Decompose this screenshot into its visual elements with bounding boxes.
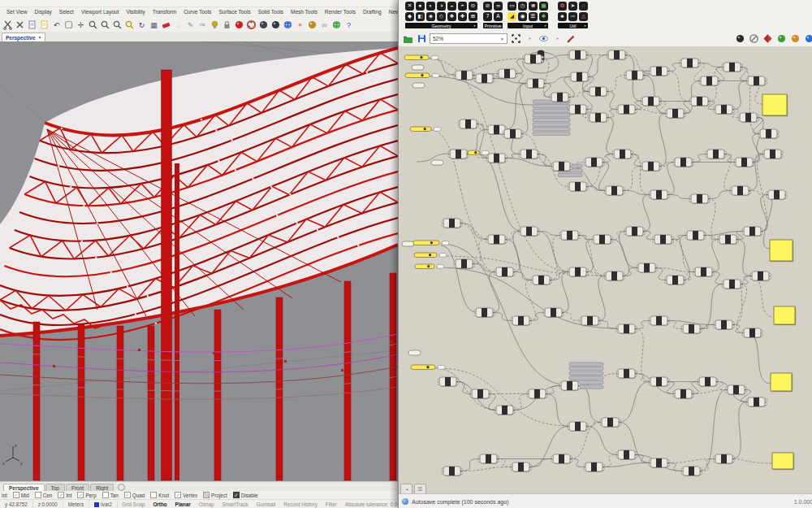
zoom-window-icon[interactable] — [99, 19, 110, 30]
eraser-icon[interactable] — [160, 19, 171, 30]
gh-node[interactable] — [486, 235, 507, 245]
preview-off-icon[interactable] — [748, 33, 759, 45]
palette-tab-geometry[interactable]: Geometry▸ — [405, 23, 477, 28]
osnap-perp[interactable]: ✓Perp — [77, 492, 96, 498]
gh-node[interactable] — [495, 267, 515, 277]
gh-node[interactable] — [742, 227, 762, 237]
null-item-icon[interactable]: ⊘ — [483, 2, 492, 11]
gh-node[interactable] — [714, 320, 734, 330]
gh-node[interactable] — [758, 129, 779, 139]
arc-icon[interactable]: ◐ — [426, 2, 435, 11]
gh-node[interactable] — [604, 186, 624, 196]
select-brush-icon[interactable]: ✑ — [197, 19, 208, 30]
gh-panel[interactable] — [770, 240, 793, 262]
osnap-cen[interactable]: Cen — [35, 492, 53, 498]
pan-icon[interactable] — [63, 19, 74, 30]
zoom-dropdown[interactable]: 52% ▼ — [430, 33, 508, 44]
perspective-viewport[interactable]: zxy — [0, 41, 398, 481]
gh-node[interactable] — [649, 377, 669, 387]
gh-node[interactable] — [551, 454, 572, 464]
group-icon[interactable]: ⊞ — [469, 12, 477, 21]
osnap-checkbox[interactable]: ✓ — [77, 492, 84, 498]
zoom-selected-icon[interactable] — [111, 19, 123, 30]
gh-node[interactable] — [681, 467, 702, 476]
gh-node[interactable] — [559, 231, 580, 241]
viewport-title-tab[interactable]: Perspective ▼ — [2, 33, 45, 41]
gh-node[interactable] — [486, 154, 507, 163]
gh-node[interactable] — [680, 59, 700, 68]
gh-node[interactable] — [641, 162, 661, 172]
named-views-icon[interactable]: ▦ — [148, 19, 159, 30]
gh-node[interactable] — [714, 454, 734, 464]
gh-node[interactable] — [497, 69, 517, 79]
osnap-checkbox[interactable]: ✓ — [13, 492, 19, 498]
gh-list-item[interactable] — [533, 123, 570, 126]
plane-icon[interactable]: ◧ — [416, 12, 425, 21]
jump-icon[interactable]: ⇨ — [568, 12, 577, 21]
gh-node[interactable] — [448, 150, 469, 159]
current-layer[interactable]: Ivar2 — [89, 500, 118, 508]
osnap-quad[interactable]: ✓Quad — [124, 492, 145, 498]
gh-node[interactable] — [568, 182, 588, 192]
integer-icon[interactable]: 7 — [483, 12, 492, 21]
osnap-checkbox[interactable] — [203, 492, 209, 498]
gh-node[interactable] — [649, 316, 669, 326]
gh-node[interactable] — [600, 418, 620, 428]
grasshopper-canvas[interactable] — [399, 46, 812, 493]
gh-list-item[interactable] — [569, 371, 603, 375]
gh-node[interactable] — [637, 263, 657, 273]
gh-param-capsule[interactable] — [402, 241, 414, 246]
lock-icon[interactable] — [221, 19, 232, 30]
select-chain-icon[interactable]: ∞ — [318, 19, 330, 30]
gh-node[interactable] — [584, 158, 604, 167]
gh-node[interactable] — [718, 235, 738, 245]
knob-icon[interactable]: ◷ — [518, 2, 527, 11]
gh-node[interactable] — [454, 259, 474, 269]
gh-node[interactable] — [527, 389, 547, 399]
lightbulb-icon[interactable] — [209, 19, 220, 30]
gh-node[interactable] — [738, 113, 758, 123]
gh-param-capsule[interactable] — [408, 350, 421, 355]
number-slider[interactable] — [411, 365, 445, 370]
gh-node[interactable] — [742, 328, 762, 338]
brep-icon[interactable]: ◓ — [458, 2, 467, 11]
gh-node[interactable] — [559, 381, 580, 391]
gh-node[interactable] — [689, 194, 710, 204]
gh-node[interactable] — [649, 190, 669, 200]
domain-icon[interactable]: ∞ — [494, 2, 503, 11]
gh-node[interactable] — [681, 324, 702, 334]
menu-tab-surface-tools[interactable]: Surface Tools — [218, 9, 250, 15]
new-viewport-tab-button[interactable] — [118, 484, 125, 491]
palette-tab-util[interactable]: Util▸ — [558, 23, 588, 28]
status-toggle-gumball[interactable]: Gumball — [253, 501, 279, 507]
value-list-icon[interactable]: ≣ — [529, 2, 538, 11]
gh-node[interactable] — [568, 422, 588, 432]
gh-node[interactable] — [624, 227, 645, 237]
preview-eye-icon[interactable] — [538, 33, 549, 45]
gh-list-item[interactable] — [533, 105, 570, 108]
earth-green-icon[interactable] — [330, 19, 342, 30]
gh-node[interactable] — [592, 235, 612, 245]
rotate-view-icon[interactable]: ↻ — [136, 19, 147, 30]
gh-node[interactable] — [511, 462, 531, 472]
surface-icon[interactable]: ◒ — [447, 2, 456, 11]
status-toggle-osnap[interactable]: Osnap — [195, 501, 218, 507]
cut-icon[interactable] — [2, 19, 13, 30]
rendered-sphere-icon[interactable] — [270, 19, 281, 30]
data-recorder-icon[interactable]: ◌ — [579, 2, 588, 11]
status-toggle-grid-snap[interactable]: Grid Snap — [118, 501, 149, 507]
move-icon[interactable]: ✛ — [75, 19, 86, 30]
osnap-disable[interactable]: ✓Disable — [233, 492, 258, 498]
remote-icon[interactable]: △ — [579, 12, 588, 21]
draw-orange-ball-icon[interactable] — [789, 33, 801, 45]
gh-list-item[interactable] — [558, 173, 582, 176]
menu-tab-drafting[interactable]: Drafting — [363, 9, 382, 15]
gh-node[interactable] — [699, 76, 719, 86]
gh-node[interactable] — [665, 276, 685, 285]
gh-node[interactable] — [519, 150, 539, 159]
gh-node[interactable] — [519, 227, 539, 237]
menu-tab-viewport-layout[interactable]: Viewport Layout — [81, 9, 119, 15]
number-slider[interactable] — [410, 127, 441, 132]
osnap-knot[interactable]: Knot — [150, 492, 169, 498]
status-toggle-planar[interactable]: Planar — [171, 501, 195, 507]
